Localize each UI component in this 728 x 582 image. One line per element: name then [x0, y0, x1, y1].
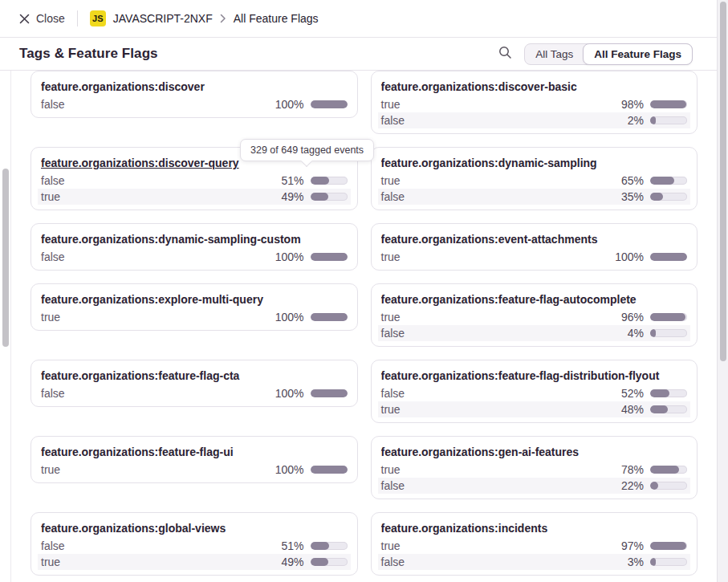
- flag-bar-fill: [650, 542, 686, 550]
- header-controls: All Tags All Feature Flags: [494, 43, 693, 65]
- close-button[interactable]: Close: [19, 12, 65, 25]
- feature-flags-drawer: Close JS JAVASCRIPT-2NXF All Feature Fla…: [0, 0, 717, 582]
- flag-percent: 100%: [275, 98, 304, 111]
- flag-value-row: true98%: [378, 96, 691, 112]
- flag-value-label: false: [41, 387, 275, 400]
- flag-bar: [650, 116, 687, 124]
- feature-flag-card[interactable]: feature.organizations:feature-flag-distr…: [371, 360, 698, 423]
- flag-value-row: false100%: [38, 249, 351, 265]
- window-scrollbar[interactable]: [717, 0, 728, 582]
- flag-bar-fill: [311, 313, 348, 321]
- flag-bar-fill: [650, 482, 658, 490]
- close-icon: [19, 14, 30, 24]
- flag-percent: 4%: [628, 327, 644, 340]
- flag-value-label: true: [381, 311, 621, 324]
- flag-percent: 78%: [621, 463, 644, 476]
- flag-value-row: true96%: [378, 309, 691, 325]
- flag-bar-fill: [650, 405, 668, 413]
- flag-bar: [650, 482, 687, 490]
- flag-name[interactable]: feature.organizations:feature-flag-cta: [41, 368, 348, 383]
- feature-flag-card[interactable]: feature.organizations:feature-flag-cta f…: [31, 360, 358, 407]
- flag-value-row: false3%: [378, 554, 691, 570]
- feature-flag-card[interactable]: feature.organizations:event-attachments …: [371, 223, 698, 271]
- app-window: Close JS JAVASCRIPT-2NXF All Feature Fla…: [0, 0, 728, 582]
- flag-value-label: true: [381, 174, 621, 187]
- flag-bar: [311, 177, 348, 185]
- flag-bar: [650, 177, 687, 185]
- flag-value-rows: true65%false35%: [378, 173, 691, 205]
- feature-flag-card[interactable]: feature.organizations:explore-multi-quer…: [31, 283, 358, 331]
- flag-bar-fill: [311, 100, 348, 108]
- flag-bar-fill: [650, 253, 687, 261]
- flag-bar-fill: [650, 313, 685, 321]
- feature-flag-card[interactable]: feature.organizations:dynamic-sampling-c…: [31, 223, 358, 271]
- flag-percent: 51%: [281, 174, 303, 187]
- flag-value-rows: false100%: [38, 96, 351, 112]
- flag-value-label: false: [41, 98, 275, 111]
- search-icon: [498, 46, 512, 63]
- breadcrumb-current: All Feature Flags: [234, 12, 319, 25]
- flag-name[interactable]: feature.organizations:explore-multi-quer…: [41, 292, 348, 307]
- feature-flag-card[interactable]: feature.organizations:discover false100%: [31, 71, 358, 118]
- flag-name[interactable]: feature.organizations:global-views: [41, 521, 348, 535]
- window-scrollbar-thumb[interactable]: [720, 2, 726, 361]
- flag-value-label: true: [41, 311, 275, 324]
- flag-value-row: true78%: [378, 462, 691, 478]
- flag-bar: [311, 558, 348, 566]
- flag-value-label: false: [41, 174, 281, 187]
- feature-flag-card[interactable]: feature.organizations:feature-flag-ui tr…: [31, 436, 358, 483]
- flag-name[interactable]: feature.organizations:dynamic-sampling-c…: [41, 232, 348, 246]
- flag-value-row: false52%: [378, 385, 691, 401]
- feature-flag-card[interactable]: feature.organizations:global-views false…: [31, 512, 358, 576]
- flag-name[interactable]: feature.organizations:discover: [41, 79, 348, 94]
- flag-name[interactable]: feature.organizations:incidents: [381, 521, 688, 535]
- flag-value-row: false100%: [38, 385, 351, 401]
- flag-percent: 100%: [275, 311, 304, 324]
- tab-all-feature-flags[interactable]: All Feature Flags: [583, 43, 693, 65]
- flag-percent: 3%: [628, 556, 644, 568]
- feature-flag-card[interactable]: feature.organizations:discover-basic tru…: [371, 71, 698, 134]
- flag-bar: [650, 405, 687, 413]
- flag-name[interactable]: feature.organizations:gen-ai-features: [381, 445, 688, 459]
- flag-value-label: true: [381, 463, 621, 476]
- search-button[interactable]: [494, 43, 515, 64]
- flag-percent: 100%: [275, 387, 304, 400]
- flag-percent: 98%: [621, 98, 644, 111]
- flag-name[interactable]: feature.organizations:dynamic-sampling: [381, 156, 688, 170]
- topbar-divider: [77, 10, 78, 26]
- flag-bar-fill: [311, 466, 348, 474]
- flag-value-label: false: [41, 539, 281, 552]
- flag-bar: [311, 100, 348, 108]
- flag-value-row: true100%: [378, 249, 691, 265]
- flag-bar-fill: [650, 558, 656, 566]
- flag-name[interactable]: feature.organizations:discover-basic: [381, 79, 688, 94]
- tab-all-tags[interactable]: All Tags: [525, 44, 584, 64]
- page-title: Tags & Feature Flags: [19, 46, 158, 62]
- flag-name[interactable]: feature.organizations:feature-flag-autoc…: [381, 292, 688, 307]
- drawer-scrollbar[interactable]: [0, 71, 11, 582]
- flag-value-label: false: [381, 327, 628, 340]
- flag-name[interactable]: feature.organizations:feature-flag-ui: [41, 445, 348, 459]
- flag-value-row: true49%: [38, 554, 351, 570]
- flag-value-row: true100%: [38, 309, 351, 325]
- flag-percent: 100%: [275, 250, 304, 263]
- flag-value-rows: true96%false4%: [378, 309, 691, 341]
- flag-value-label: true: [41, 556, 281, 568]
- flag-value-rows: false51%true49%: [38, 173, 351, 205]
- flag-value-label: false: [381, 114, 628, 127]
- flag-name[interactable]: feature.organizations:event-attachments: [381, 232, 688, 246]
- feature-flag-card[interactable]: feature.organizations:incidents true97%f…: [371, 512, 698, 576]
- tagged-events-tooltip: 329 of 649 tagged events: [240, 139, 374, 161]
- flag-value-rows: false100%: [38, 385, 351, 401]
- flag-value-row: false100%: [38, 96, 351, 112]
- drawer-scrollbar-thumb[interactable]: [2, 169, 9, 347]
- feature-flag-card[interactable]: feature.organizations:gen-ai-features tr…: [371, 436, 698, 499]
- flag-value-row: true65%: [378, 173, 691, 189]
- flag-percent: 96%: [621, 311, 644, 324]
- flag-name[interactable]: feature.organizations:feature-flag-distr…: [381, 368, 688, 383]
- breadcrumb-project[interactable]: JAVASCRIPT-2NXF: [113, 12, 213, 25]
- drawer-header: Tags & Feature Flags All Tags All Featur…: [0, 38, 717, 71]
- feature-flag-card[interactable]: feature.organizations:feature-flag-autoc…: [371, 283, 698, 347]
- feature-flag-card[interactable]: feature.organizations:dynamic-sampling t…: [371, 147, 698, 210]
- flag-bar-fill: [650, 116, 656, 124]
